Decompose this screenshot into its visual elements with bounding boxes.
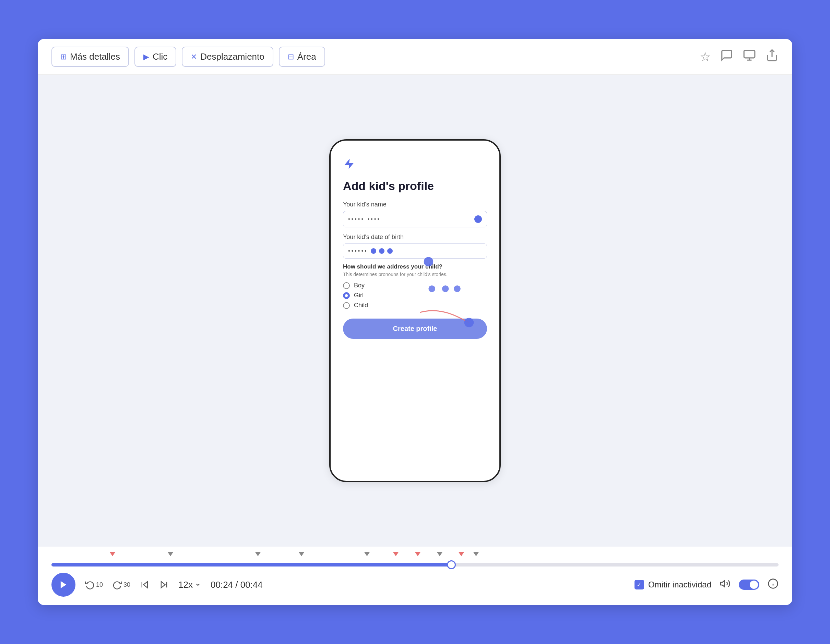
- volume-icon[interactable]: [719, 578, 730, 592]
- marker-triangle-4: [299, 552, 304, 556]
- svg-marker-2: [345, 159, 354, 169]
- address-question: How should we address your child?: [343, 263, 487, 270]
- marker-5: [364, 552, 370, 556]
- marker-9: [459, 552, 464, 556]
- marker-triangle-red-1: [110, 552, 115, 556]
- controls-right: ✓ Omitir inactividad: [635, 578, 779, 592]
- area-icon: ⊟: [288, 52, 294, 62]
- create-profile-button[interactable]: Create profile: [343, 318, 487, 339]
- marker-triangle-8: [437, 552, 442, 556]
- forward-icon: [112, 580, 122, 589]
- marker-1: [110, 552, 115, 556]
- click-icon: ▶: [143, 52, 149, 62]
- marker-2: [168, 552, 173, 556]
- rewind-icon: [85, 580, 95, 589]
- star-icon: ☆: [700, 50, 711, 64]
- scroll-label: Desplazamiento: [200, 51, 264, 62]
- click-button[interactable]: ▶ Clic: [135, 47, 176, 67]
- marker-triangle-10: [473, 552, 479, 556]
- star-button[interactable]: ☆: [700, 50, 711, 64]
- prev-button[interactable]: [140, 580, 149, 589]
- timeline-thumb[interactable]: [447, 560, 456, 569]
- svg-rect-0: [744, 51, 755, 58]
- prev-icon: [140, 580, 149, 589]
- svg-marker-9: [144, 582, 148, 588]
- speed-button[interactable]: 12x: [178, 579, 201, 590]
- radio-child-circle: [343, 302, 350, 309]
- share-button[interactable]: [765, 49, 779, 65]
- dob-dots: ••••••: [348, 248, 368, 254]
- marker-7: [415, 552, 420, 556]
- toggle-thumb: [750, 581, 758, 589]
- marker-triangle-red-6: [393, 552, 399, 556]
- area-label: Área: [297, 51, 316, 62]
- forward-label: 30: [124, 581, 130, 589]
- toolbar: ⊞ Más detalles ▶ Clic ✕ Desplazamiento ⊟…: [38, 39, 792, 75]
- marker-3: [255, 552, 261, 556]
- name-label: Your kid's name: [343, 201, 487, 208]
- comment-button[interactable]: [720, 49, 733, 65]
- toggle-switch[interactable]: [739, 579, 759, 590]
- rewind-label: 10: [96, 581, 103, 589]
- skip-inactivity-control: ✓ Omitir inactividad: [635, 580, 711, 589]
- toolbar-left: ⊞ Más detalles ▶ Clic ✕ Desplazamiento ⊟…: [51, 47, 325, 67]
- rewind-button[interactable]: 10: [85, 580, 103, 589]
- marker-triangle-5: [364, 552, 370, 556]
- svg-marker-8: [61, 581, 66, 589]
- marker-4: [299, 552, 304, 556]
- forward-button[interactable]: 30: [112, 580, 130, 589]
- radio-girl-circle: [343, 292, 350, 299]
- time-display: 00:24 / 00:44: [211, 579, 263, 590]
- svg-marker-13: [721, 580, 725, 587]
- marker-triangle-red-7: [415, 552, 420, 556]
- skip-inactivity-checkbox[interactable]: ✓: [635, 580, 644, 589]
- details-icon: ⊞: [60, 52, 67, 62]
- radio-group: Boy Girl Child: [343, 282, 487, 309]
- marker-10: [473, 552, 479, 556]
- info-icon[interactable]: [768, 578, 779, 592]
- comment-icon: [720, 51, 733, 65]
- marker-triangle-red-9: [459, 552, 464, 556]
- screen-icon: [743, 51, 756, 65]
- timeline-progress: [51, 563, 451, 566]
- dob-input-row: ••••••: [348, 248, 393, 254]
- speed-chevron-icon: [195, 582, 201, 588]
- marker-8: [437, 552, 442, 556]
- timeline-bar[interactable]: [51, 563, 779, 566]
- phone-form-title: Add kid's profile: [343, 179, 487, 193]
- speed-label: 12x: [178, 579, 193, 590]
- svg-marker-11: [161, 582, 165, 588]
- dob-input[interactable]: ••••••: [343, 244, 487, 259]
- next-icon: [159, 580, 169, 589]
- address-sub: This determines pronouns for your child'…: [343, 272, 487, 277]
- name-input-dot: [474, 215, 482, 223]
- player-container: ⊞ Más detalles ▶ Clic ✕ Desplazamiento ⊟…: [38, 39, 792, 605]
- play-icon: [59, 580, 68, 589]
- click-label: Clic: [153, 51, 167, 62]
- more-details-button[interactable]: ⊞ Más detalles: [51, 47, 129, 67]
- next-button[interactable]: [159, 580, 169, 589]
- play-button[interactable]: [51, 573, 76, 597]
- dob-dot1: [371, 248, 376, 254]
- scroll-button[interactable]: ✕ Desplazamiento: [182, 47, 273, 67]
- radio-boy-circle: [343, 282, 350, 289]
- radio-girl[interactable]: Girl: [343, 292, 487, 299]
- toolbar-right: ☆: [700, 49, 779, 65]
- radio-child[interactable]: Child: [343, 302, 487, 309]
- radio-boy[interactable]: Boy: [343, 282, 487, 289]
- screen-button[interactable]: [743, 49, 756, 65]
- create-profile-label: Create profile: [393, 325, 437, 332]
- area-button[interactable]: ⊟ Área: [279, 47, 325, 67]
- more-details-label: Más detalles: [70, 51, 120, 62]
- dob-dot2: [379, 248, 385, 254]
- controls: 10 30 12x: [38, 566, 792, 605]
- radio-boy-label: Boy: [354, 282, 364, 289]
- marker-triangle-2: [168, 552, 173, 556]
- name-dots: ••••• ••••: [348, 216, 381, 222]
- timeline-track-wrapper: [38, 547, 792, 566]
- timeline-area: 10 30 12x: [38, 547, 792, 605]
- name-input[interactable]: ••••• ••••: [343, 211, 487, 227]
- phone-mockup: Add kid's profile Your kid's name ••••• …: [329, 139, 501, 482]
- dob-label: Your kid's date of birth: [343, 234, 487, 241]
- scroll-icon: ✕: [191, 52, 197, 62]
